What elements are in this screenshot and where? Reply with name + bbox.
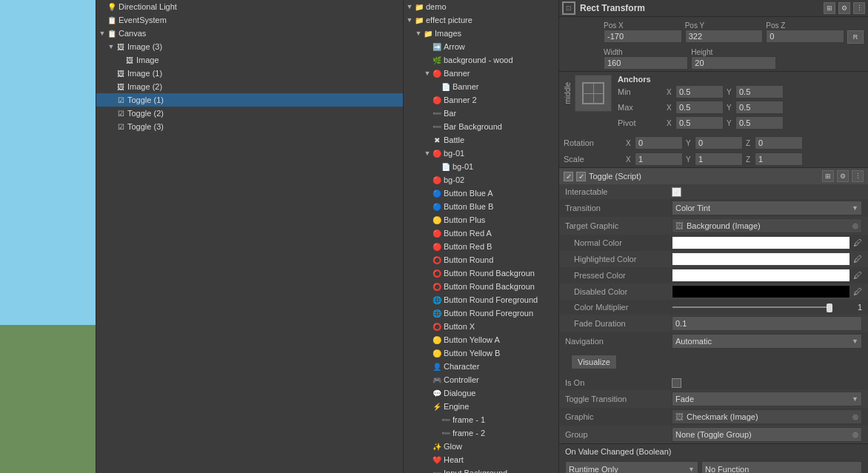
icon-btn-grid[interactable]: ⊞ — [822, 170, 834, 182]
middle-list-item[interactable]: 📁demo — [404, 0, 558, 13]
middle-list-item[interactable]: 💬Dialogue — [404, 386, 558, 400]
middle-list-item[interactable]: 🔴Banner 2 — [404, 93, 558, 107]
middle-list-item[interactable]: 🎮Controller — [404, 373, 558, 386]
scale-z[interactable] — [755, 152, 803, 166]
transition-dropdown[interactable]: Color Tint ▼ — [672, 201, 862, 215]
middle-list-item[interactable]: 📄bg-01 — [404, 160, 558, 173]
middle-list-item[interactable]: 🔵Button Blue B — [404, 200, 558, 213]
middle-list-item[interactable]: 🌿background - wood — [404, 53, 558, 67]
middle-list-item[interactable]: ⭕Button X — [404, 320, 558, 333]
anchors-min-x[interactable] — [675, 85, 724, 98]
item-icon: ⚡ — [432, 401, 442, 412]
icon-btn-dots[interactable]: ⋮ — [852, 170, 864, 182]
is-on-checkbox[interactable] — [672, 378, 681, 388]
middle-list-item[interactable]: 🟡Button Yellow B — [404, 346, 558, 360]
middle-list-item[interactable]: 🔴Button Red A — [404, 227, 558, 240]
r-button[interactable]: R — [847, 30, 864, 44]
pos-x-input[interactable] — [604, 30, 682, 43]
pressed-color-swatch[interactable] — [672, 269, 850, 282]
is-on-label: Is On — [565, 378, 669, 387]
middle-list-item[interactable]: 🌐Button Round Foreground — [404, 293, 558, 306]
highlighted-color-swatch[interactable] — [672, 252, 850, 266]
width-input[interactable] — [604, 56, 688, 70]
middle-list-item[interactable]: 🔴bg-01 — [404, 147, 558, 160]
hierarchy-item-eventsystem[interactable]: 📋 EventSystem — [96, 13, 403, 27]
middle-list-item[interactable]: 🔴Button Red B — [404, 240, 558, 253]
middle-list-item[interactable]: ➡️Arrow — [404, 40, 558, 53]
middle-list-item[interactable]: ❤️Heart — [404, 453, 558, 466]
middle-list-item[interactable]: ➖Bar — [404, 107, 558, 120]
middle-list-item[interactable]: 👤Character — [404, 360, 558, 373]
middle-list-item[interactable]: 📄Banner — [404, 80, 558, 93]
rotation-x[interactable] — [635, 136, 683, 150]
icon-btn-dots[interactable]: ⋮ — [853, 2, 865, 14]
hierarchy-item-directional-light[interactable]: 💡 Directional Light — [96, 0, 403, 13]
paint-icon[interactable]: 🖊 — [853, 254, 862, 264]
scale-x[interactable] — [635, 152, 683, 166]
interactable-row: Interactable ✓ — [559, 184, 868, 199]
anchors-min-y[interactable] — [735, 85, 784, 98]
middle-list-item[interactable]: 🌐Button Round Foregroun — [404, 306, 558, 320]
navigation-dropdown[interactable]: Automatic ▼ — [672, 334, 862, 349]
pivot-y[interactable] — [735, 116, 784, 130]
middle-list-item[interactable]: 📁Images — [404, 27, 558, 40]
hierarchy-item-toggle3[interactable]: ☑ Toggle (3) — [96, 120, 403, 133]
middle-list-item[interactable]: ➖Input Background — [404, 466, 558, 473]
hierarchy-item-image2[interactable]: 🖼 Image (2) — [96, 80, 403, 93]
height-input[interactable] — [691, 56, 775, 70]
paint-icon[interactable]: 🖊 — [853, 238, 862, 248]
hierarchy-item-image3[interactable]: 🖼 Image (3) — [96, 40, 403, 53]
pos-z-input[interactable] — [766, 30, 844, 43]
scale-y[interactable] — [695, 152, 743, 166]
visualize-button[interactable]: Visualize — [571, 355, 617, 369]
anchors-icon[interactable] — [575, 75, 612, 112]
no-function-dropdown[interactable]: No Function — [701, 461, 862, 473]
anchors-max-x[interactable] — [675, 101, 724, 114]
anchors-max-y[interactable] — [735, 101, 784, 114]
hierarchy-item-toggle1[interactable]: ☑ Toggle (1) — [96, 93, 403, 107]
middle-list-item[interactable]: ➖frame - 1 — [404, 413, 558, 426]
runtime-only-dropdown[interactable]: Runtime Only ▼ — [565, 461, 698, 473]
middle-list-item[interactable]: ✖Battle — [404, 133, 558, 147]
middle-list-item[interactable]: 📁effect picture — [404, 13, 558, 27]
normal-color-swatch[interactable] — [672, 236, 850, 249]
color-multiplier-track[interactable] — [672, 306, 833, 309]
target-graphic-dropdown[interactable]: 🖼 Background (Image) ◎ — [672, 218, 862, 233]
arrow-icon — [423, 242, 432, 251]
pos-y-input[interactable] — [685, 30, 764, 43]
disabled-color-swatch[interactable] — [672, 285, 850, 298]
hierarchy-item-image[interactable]: 🖼 Image — [96, 53, 403, 67]
middle-list-item[interactable]: 🔴Banner — [404, 67, 558, 80]
toggle-script-enabled-checkbox[interactable]: ✓ — [564, 172, 573, 181]
toggle-script-checkbox2[interactable]: ✓ — [576, 172, 586, 181]
middle-list-item[interactable]: ⭕Button Round — [404, 253, 558, 266]
middle-list-item[interactable]: ✨Glow — [404, 440, 558, 453]
middle-list-item[interactable]: 🟡Button Yellow A — [404, 333, 558, 346]
toggle-transition-dropdown[interactable]: Fade ▼ — [672, 392, 862, 406]
fade-duration-input[interactable] — [672, 316, 862, 331]
hierarchy-item-image1[interactable]: 🖼 Image (1) — [96, 67, 403, 80]
middle-list-item[interactable]: 🟡Button Plus — [404, 213, 558, 227]
middle-list-item[interactable]: ⭕Button Round Backgroun — [404, 266, 558, 280]
paint-icon[interactable]: 🖊 — [853, 286, 862, 297]
icon-btn-settings[interactable]: ⚙ — [837, 170, 849, 182]
rotation-y[interactable] — [695, 136, 743, 150]
pivot-x[interactable] — [675, 116, 724, 130]
middle-list-item[interactable]: ⚡Engine — [404, 400, 558, 413]
hierarchy-item-toggle2[interactable]: ☑ Toggle (2) — [96, 107, 403, 120]
middle-list-item[interactable]: ⭕Button Round Backgroun — [404, 280, 558, 293]
icon-btn-settings[interactable]: ⚙ — [838, 2, 850, 14]
middle-list-item[interactable]: ➖Bar Background — [404, 120, 558, 133]
scale-z-item: Z — [746, 152, 803, 166]
hierarchy-item-canvas[interactable]: 📋 Canvas — [96, 27, 403, 40]
icon-btn-grid[interactable]: ⊞ — [824, 2, 835, 14]
paint-icon[interactable]: 🖊 — [853, 270, 862, 281]
graphic-dropdown[interactable]: 🖼 Checkmark (Image) ◎ — [672, 409, 862, 424]
group-dropdown[interactable]: None (Toggle Group) ◎ — [672, 427, 862, 442]
toggle-script-title: Toggle (Script) — [589, 172, 819, 181]
middle-list-item[interactable]: ➖frame - 2 — [404, 426, 558, 440]
middle-list-item[interactable]: 🔵Button Blue A — [404, 187, 558, 200]
rotation-z[interactable] — [755, 136, 803, 150]
middle-list-item[interactable]: 🔴bg-02 — [404, 173, 558, 187]
interactable-checkbox[interactable]: ✓ — [672, 187, 681, 197]
